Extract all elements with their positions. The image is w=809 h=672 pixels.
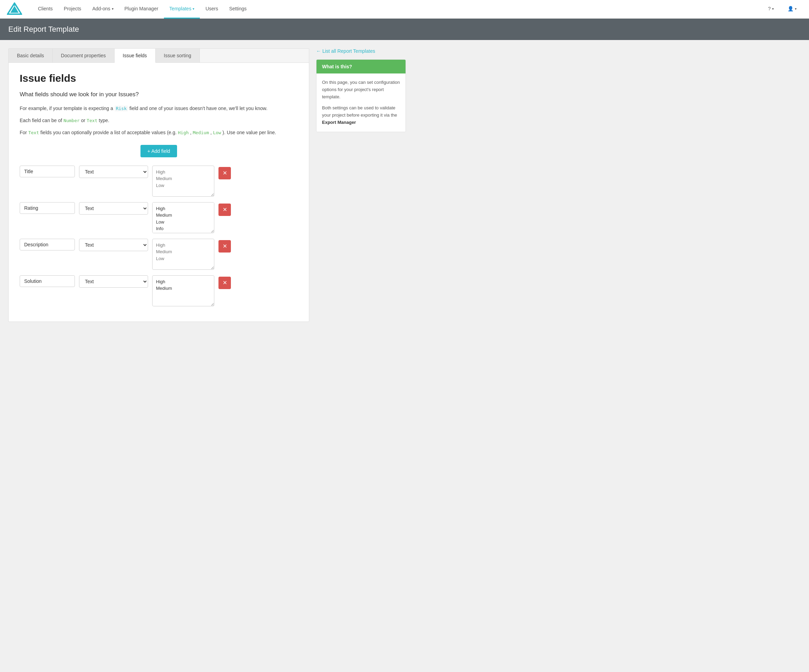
sidebar: ← List all Report Templates What is this… <box>316 48 406 322</box>
tab-issue-fields[interactable]: Issue fields <box>114 49 156 63</box>
tabs: Basic details Document properties Issue … <box>8 49 309 63</box>
delete-field-button[interactable]: ✕ <box>218 167 231 179</box>
addons-caret: ▾ <box>112 7 114 11</box>
info-box-header: What is this? <box>317 60 406 74</box>
nav-projects[interactable]: Projects <box>58 0 87 18</box>
field-values-textarea[interactable] <box>152 275 214 306</box>
main-nav: Clients Projects Add-ons ▾ Plugin Manage… <box>32 0 762 18</box>
nav-users[interactable]: Users <box>200 0 224 18</box>
field-row: TextNumber✕ <box>20 239 298 270</box>
delete-field-button[interactable]: ✕ <box>218 240 231 253</box>
user-caret: ▾ <box>795 7 797 11</box>
low-example: Low <box>213 130 221 135</box>
delete-field-button[interactable]: ✕ <box>218 204 231 216</box>
add-field-container: + Add field <box>20 145 298 157</box>
tab-issue-sorting[interactable]: Issue sorting <box>156 49 200 62</box>
field-name-input[interactable] <box>20 239 75 250</box>
field-type-select[interactable]: TextNumber <box>79 275 148 288</box>
description-3: For Text fields you can optionally provi… <box>20 129 298 137</box>
nav-settings[interactable]: Settings <box>224 0 252 18</box>
delete-field-button[interactable]: ✕ <box>218 277 231 289</box>
page-title: Edit Report Template <box>8 25 801 34</box>
medium-example: Medium <box>193 130 209 135</box>
field-row: TextNumber✕ <box>20 166 298 197</box>
risk-code: Risk <box>114 106 128 111</box>
content-body: Issue fields What fields should we look … <box>8 63 309 322</box>
logo[interactable] <box>7 2 22 16</box>
field-row: TextNumber✕ <box>20 275 298 306</box>
help-caret: ▾ <box>772 7 774 11</box>
nav-templates[interactable]: Templates ▾ <box>164 0 200 18</box>
navbar: Clients Projects Add-ons ▾ Plugin Manage… <box>0 0 809 18</box>
field-values-textarea[interactable] <box>152 166 214 197</box>
field-type-select[interactable]: TextNumber <box>79 166 148 178</box>
nav-user[interactable]: 👤 ▾ <box>782 0 802 18</box>
number-type: Number <box>64 118 80 123</box>
navbar-right: ? ▾ 👤 ▾ <box>762 0 802 18</box>
description-1: For example, if your template is expecti… <box>20 104 298 112</box>
info-text-2: Both settings can be used to validate yo… <box>322 104 400 126</box>
content-area: Basic details Document properties Issue … <box>8 48 309 322</box>
field-name-input[interactable] <box>20 166 75 177</box>
nav-help[interactable]: ? ▾ <box>762 0 779 18</box>
field-values-textarea[interactable] <box>152 202 214 233</box>
field-name-input[interactable] <box>20 275 75 287</box>
tab-basic-details[interactable]: Basic details <box>8 49 53 62</box>
text-type-2: Text <box>28 130 39 135</box>
section-heading: Issue fields <box>20 72 298 84</box>
main-container: Basic details Document properties Issue … <box>0 40 414 330</box>
field-name-input[interactable] <box>20 202 75 214</box>
field-values-textarea[interactable] <box>152 239 214 270</box>
high-example: High <box>178 130 189 135</box>
templates-caret: ▾ <box>193 7 194 11</box>
info-text-1: On this page, you can set configuration … <box>322 79 400 101</box>
nav-plugin-manager[interactable]: Plugin Manager <box>119 0 164 18</box>
page-header: Edit Report Template <box>0 18 809 40</box>
nav-addons[interactable]: Add-ons ▾ <box>87 0 119 18</box>
field-type-select[interactable]: TextNumber <box>79 239 148 251</box>
info-box-body: On this page, you can set configuration … <box>317 74 406 132</box>
tab-document-properties[interactable]: Document properties <box>53 49 114 62</box>
back-link[interactable]: ← List all Report Templates <box>316 48 406 54</box>
field-row: TextNumber✕ <box>20 202 298 233</box>
section-subtitle: What fields should we look for in your I… <box>20 90 298 99</box>
description-2: Each field can be of Number or Text type… <box>20 117 298 124</box>
field-rows: TextNumber✕TextNumber✕TextNumber✕TextNum… <box>20 166 298 306</box>
export-manager-bold: Export Manager <box>322 120 356 125</box>
text-type: Text <box>87 118 97 123</box>
nav-clients[interactable]: Clients <box>32 0 58 18</box>
info-box: What is this? On this page, you can set … <box>316 59 406 132</box>
field-type-select[interactable]: TextNumber <box>79 202 148 215</box>
add-field-button[interactable]: + Add field <box>141 145 177 157</box>
